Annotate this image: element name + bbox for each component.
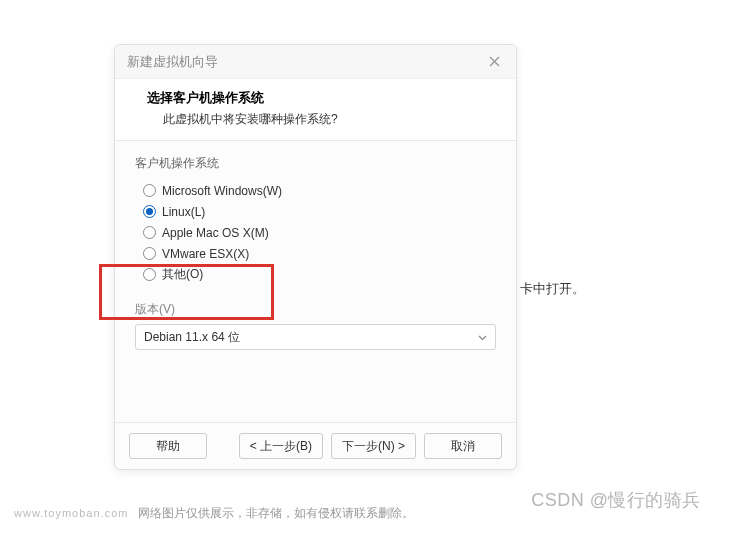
radio-icon — [143, 226, 156, 239]
radio-label: 其他(O) — [162, 266, 203, 283]
radio-label: Linux(L) — [162, 205, 205, 219]
radio-label: Microsoft Windows(W) — [162, 184, 282, 198]
background-text-fragment: 卡中打开。 — [520, 280, 585, 298]
radio-label: VMware ESX(X) — [162, 247, 249, 261]
close-icon[interactable] — [484, 52, 504, 72]
dialog-title: 新建虚拟机向导 — [127, 53, 484, 71]
new-vm-wizard-dialog: 新建虚拟机向导 选择客户机操作系统 此虚拟机中将安装哪种操作系统? 客户机操作系… — [114, 44, 517, 470]
chevron-down-icon — [478, 332, 487, 343]
dialog-header: 选择客户机操作系统 此虚拟机中将安装哪种操作系统? — [115, 79, 516, 141]
page-footer-note: www.toymoban.com 网络图片仅供展示，非存储，如有侵权请联系删除。 — [14, 505, 414, 522]
version-select-value: Debian 11.x 64 位 — [144, 329, 240, 346]
dialog-body: 客户机操作系统 Microsoft Windows(W) Linux(L) Ap… — [115, 141, 516, 422]
next-button[interactable]: 下一步(N) > — [331, 433, 416, 459]
version-label: 版本(V) — [135, 301, 496, 318]
radio-option-other[interactable]: 其他(O) — [143, 264, 496, 285]
radio-icon — [143, 205, 156, 218]
radio-icon — [143, 184, 156, 197]
radio-icon — [143, 247, 156, 260]
radio-option-macos[interactable]: Apple Mac OS X(M) — [143, 222, 496, 243]
cancel-button[interactable]: 取消 — [424, 433, 502, 459]
back-button[interactable]: < 上一步(B) — [239, 433, 323, 459]
radio-icon — [143, 268, 156, 281]
radio-option-linux[interactable]: Linux(L) — [143, 201, 496, 222]
radio-label: Apple Mac OS X(M) — [162, 226, 269, 240]
dialog-titlebar: 新建虚拟机向导 — [115, 45, 516, 79]
footer-domain: www.toymoban.com — [14, 507, 128, 519]
dialog-footer: 帮助 < 上一步(B) 下一步(N) > 取消 — [115, 422, 516, 469]
header-subtitle: 此虚拟机中将安装哪种操作系统? — [135, 111, 496, 128]
os-radio-group: Microsoft Windows(W) Linux(L) Apple Mac … — [135, 180, 496, 285]
os-group-label: 客户机操作系统 — [135, 155, 496, 172]
help-button[interactable]: 帮助 — [129, 433, 207, 459]
header-title: 选择客户机操作系统 — [135, 89, 496, 107]
version-select[interactable]: Debian 11.x 64 位 — [135, 324, 496, 350]
radio-option-windows[interactable]: Microsoft Windows(W) — [143, 180, 496, 201]
radio-option-vmware-esx[interactable]: VMware ESX(X) — [143, 243, 496, 264]
watermark-text: CSDN @慢行的骑兵 — [531, 488, 701, 512]
footer-note-text: 网络图片仅供展示，非存储，如有侵权请联系删除。 — [138, 505, 414, 522]
